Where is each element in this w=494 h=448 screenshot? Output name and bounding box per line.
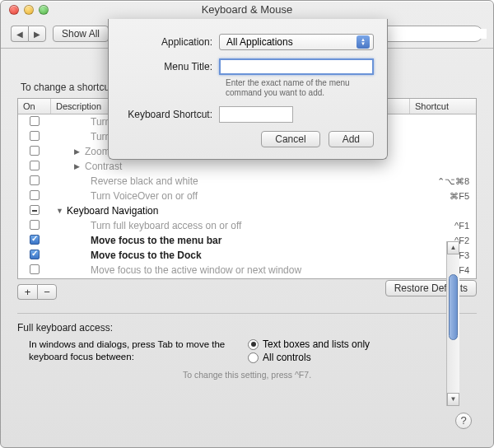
shortcut-input[interactable]: [219, 106, 293, 123]
checkbox[interactable]: [30, 116, 40, 126]
table-row[interactable]: Move focus to the Dock^F3: [18, 248, 476, 263]
col-on[interactable]: On: [18, 99, 51, 114]
disclosure-icon[interactable]: ▶: [74, 147, 82, 156]
application-value: All Applications: [226, 36, 293, 48]
checkbox[interactable]: [30, 205, 40, 215]
chevron-right-icon: ▶: [34, 30, 40, 39]
fka-row: In windows and dialogs, press Tab to mov…: [17, 338, 477, 365]
divider: [17, 313, 477, 314]
row-shortcut: ⌘F5: [410, 191, 476, 202]
titlebar: Keyboard & Mouse: [1, 1, 493, 19]
fka-label: In windows and dialogs, press Tab to mov…: [17, 338, 231, 363]
table-row[interactable]: Turn VoiceOver on or off⌘F5: [18, 189, 476, 203]
menu-title-hint: Enter the exact name of the menu command…: [226, 78, 374, 98]
row-shortcut: ^F4: [410, 265, 476, 275]
scrollbar[interactable]: ▲ ▼: [446, 241, 459, 406]
disclosure-icon[interactable]: ▶: [74, 162, 82, 170]
row-label: Contrast: [85, 161, 122, 172]
menu-title-label: Menu Title:: [122, 61, 219, 72]
scroll-up-icon[interactable]: ▲: [447, 241, 459, 254]
search-input[interactable]: [385, 29, 487, 39]
radio-icon: [248, 352, 259, 363]
chevron-left-icon: ◀: [16, 30, 23, 39]
radio-label: All controls: [263, 352, 311, 363]
traffic-lights: [9, 5, 49, 15]
row-label: Move focus to the active window or next …: [91, 264, 301, 276]
row-label: Move focus to the menu bar: [91, 235, 221, 246]
back-button[interactable]: ◀: [11, 26, 28, 42]
restore-defaults-button[interactable]: Restore Defaults: [385, 280, 477, 296]
menu-title-input[interactable]: [219, 58, 374, 75]
checkbox[interactable]: [30, 250, 40, 259]
checkbox[interactable]: [30, 146, 40, 156]
row-label: Reverse black and white: [91, 175, 198, 187]
row-shortcut: ⌃⌥⌘8: [410, 176, 476, 187]
application-label: Application:: [122, 36, 219, 48]
table-row[interactable]: Move focus to the active window or next …: [18, 263, 476, 276]
table-row[interactable]: Reverse black and white⌃⌥⌘8: [18, 174, 476, 189]
shortcut-label: Keyboard Shortcut:: [122, 109, 219, 120]
checkbox[interactable]: [30, 264, 40, 274]
add-button[interactable]: +: [17, 284, 37, 300]
row-label: Turn full keyboard access on or off: [91, 220, 241, 231]
table-row[interactable]: Move focus to the menu bar^F2: [18, 233, 476, 248]
help-button[interactable]: ?: [455, 413, 472, 429]
fka-hint: To change this setting, press ^F7.: [17, 370, 477, 380]
application-popup[interactable]: All Applications ▲▼: [219, 34, 374, 50]
radio-label: Text boxes and lists only: [263, 338, 370, 350]
cancel-button[interactable]: Cancel: [261, 131, 319, 147]
row-label: Keyboard Navigation: [67, 205, 158, 217]
updown-icon: ▲▼: [357, 35, 370, 49]
col-shortcut[interactable]: Shortcut: [410, 99, 476, 114]
zoom-icon[interactable]: [39, 5, 49, 15]
minimize-icon[interactable]: [24, 5, 34, 15]
checkbox[interactable]: [30, 175, 40, 185]
checkbox[interactable]: [30, 161, 40, 170]
add-button[interactable]: Add: [329, 131, 374, 147]
row-label: Turn VoiceOver on or off: [91, 190, 198, 202]
show-all-button[interactable]: Show All: [53, 26, 109, 42]
forward-button[interactable]: ▶: [28, 26, 46, 42]
radio-allcontrols[interactable]: All controls: [248, 352, 370, 363]
checkbox[interactable]: [30, 235, 40, 245]
add-shortcut-sheet: Application: All Applications ▲▼ Menu Ti…: [108, 19, 388, 160]
remove-button[interactable]: −: [37, 284, 57, 300]
disclosure-icon[interactable]: ▼: [56, 207, 64, 215]
radio-icon: [248, 339, 259, 350]
checkbox[interactable]: [30, 220, 40, 230]
close-icon[interactable]: [9, 5, 19, 15]
scroll-down-icon[interactable]: ▼: [447, 393, 459, 406]
row-shortcut: ^F3: [410, 250, 476, 260]
row-shortcut: ^F1: [410, 221, 476, 231]
scroll-thumb[interactable]: [449, 274, 458, 340]
table-row[interactable]: Turn full keyboard access on or off^F1: [18, 218, 476, 233]
row-shortcut: ^F2: [410, 236, 476, 245]
nav-back-forward: ◀ ▶: [11, 26, 46, 42]
checkbox[interactable]: [30, 131, 40, 141]
fka-radios: Text boxes and lists only All controls: [248, 338, 370, 365]
window-title: Keyboard & Mouse: [202, 3, 293, 16]
table-row[interactable]: ▶Contrast: [18, 159, 476, 174]
table-row[interactable]: ▼Keyboard Navigation: [18, 203, 476, 218]
checkbox[interactable]: [30, 190, 40, 200]
search-field[interactable]: [376, 26, 483, 42]
fka-heading: Full keyboard access:: [17, 322, 477, 334]
row-label: Zoom: [85, 146, 110, 157]
radio-textboxes[interactable]: Text boxes and lists only: [248, 338, 370, 350]
row-label: Move focus to the Dock: [91, 250, 202, 261]
prefs-window: Keyboard & Mouse ◀ ▶ Show All To change …: [0, 0, 494, 448]
